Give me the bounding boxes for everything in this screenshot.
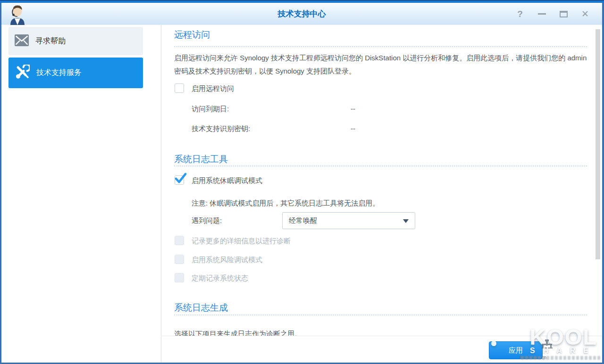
access-expiry-label: 访问到期日: — [192, 105, 229, 114]
window-controls: ? ✕ — [515, 3, 590, 25]
access-expiry-value: -- — [351, 105, 355, 113]
sidebar-item-seek-help[interactable]: 寻求帮助 — [8, 27, 143, 55]
hibernation-debug-checkbox[interactable] — [175, 175, 184, 185]
envelope-icon — [15, 34, 29, 48]
detailed-log-checkbox[interactable] — [175, 236, 184, 245]
section-title-remote-access: 远程访问 — [174, 29, 210, 41]
window-title: 技术支持中心 — [1, 3, 602, 25]
risk-debug-label: 启用系统风险调试模式 — [192, 256, 262, 265]
periodic-status-label: 定期记录系统状态 — [192, 274, 248, 283]
section-title-log-generation: 系统日志生成 — [174, 302, 228, 314]
issue-dropdown-value: 经常唤醒 — [289, 213, 317, 229]
main-content: 远程访问 启用远程访问来允许 Synology 技术支持工程师远程访问您的 Di… — [162, 25, 602, 363]
tools-icon — [15, 65, 30, 82]
support-key-label: 技术支持识别密钥: — [192, 124, 250, 133]
enable-remote-access-checkbox[interactable] — [175, 83, 184, 93]
issue-dropdown[interactable]: 经常唤醒 — [282, 212, 415, 229]
sidebar-item-label: 寻求帮助 — [35, 36, 66, 46]
window-top-border — [0, 0, 604, 3]
periodic-status-checkbox[interactable] — [175, 273, 184, 282]
risk-debug-checkbox[interactable] — [175, 255, 184, 264]
vertical-scrollbar[interactable] — [596, 29, 600, 259]
section-divider — [174, 46, 587, 47]
section-title-system-log-tool: 系统日志工具 — [174, 153, 228, 165]
hibernation-note: 注意: 休眠调试模式启用后，其它系统日志工具将无法启用。 — [192, 199, 379, 208]
apply-button[interactable]: 应用 — [489, 341, 543, 359]
close-icon[interactable]: ✕ — [580, 9, 590, 19]
chevron-down-icon — [403, 219, 409, 223]
sidebar: 寻求帮助 技术支持服务 — [1, 25, 161, 363]
section-divider — [174, 165, 587, 166]
section-divider — [174, 314, 587, 315]
support-center-window: 技术支持中心 ? ✕ 寻求帮助 — [0, 0, 604, 364]
detailed-log-label: 记录更多的详细信息以进行诊断 — [192, 237, 291, 246]
footer-bar: 应用 — [162, 336, 602, 363]
minimize-icon[interactable] — [537, 9, 546, 19]
support-key-value: -- — [351, 124, 355, 132]
sidebar-item-support-service[interactable]: 技术支持服务 — [8, 58, 143, 88]
issue-label: 遇到问题: — [192, 216, 222, 225]
maximize-icon[interactable] — [559, 9, 568, 19]
hibernation-debug-label[interactable]: 启用系统休眠调试模式 — [192, 176, 262, 185]
sidebar-item-label: 技术支持服务 — [36, 68, 82, 78]
titlebar: 技术支持中心 ? ✕ — [1, 3, 602, 25]
enable-remote-access-label[interactable]: 启用远程访问 — [192, 84, 234, 93]
remote-access-description: 启用远程访问来允许 Synology 技术支持工程师远程访问您的 DiskSta… — [174, 51, 593, 78]
help-icon[interactable]: ? — [515, 9, 525, 19]
